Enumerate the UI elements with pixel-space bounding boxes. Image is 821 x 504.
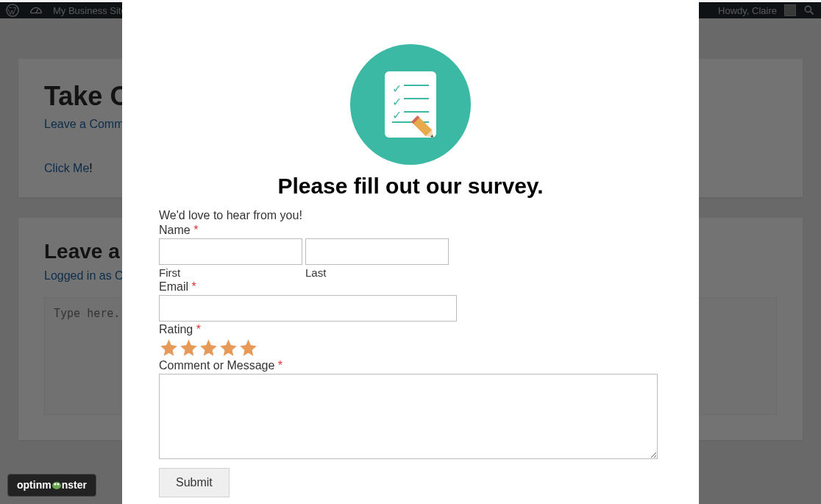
star-5[interactable] <box>238 338 258 358</box>
last-name-input[interactable] <box>305 238 449 265</box>
star-2[interactable] <box>179 338 199 358</box>
star-4[interactable] <box>218 338 238 358</box>
email-label: Email * <box>159 280 662 294</box>
svg-point-11 <box>54 483 56 486</box>
svg-point-10 <box>52 482 61 489</box>
svg-point-12 <box>57 483 59 486</box>
submit-button[interactable]: Submit <box>159 468 230 497</box>
comment-label: Comment or Message * <box>159 359 662 372</box>
form-intro: We'd love to hear from you! <box>159 209 662 222</box>
optinmonster-badge[interactable]: optinm nster <box>7 474 96 497</box>
first-name-input[interactable] <box>159 238 302 265</box>
rating-stars <box>159 338 662 358</box>
first-sublabel: First <box>159 266 302 279</box>
star-3[interactable] <box>199 338 218 358</box>
survey-title: Please fill out our survey. <box>159 174 662 199</box>
survey-hero-icon: ✓ ✓ ✓ <box>159 44 662 165</box>
rating-label: Rating * <box>159 323 662 336</box>
email-input[interactable] <box>159 295 457 322</box>
message-textarea[interactable] <box>159 374 658 459</box>
survey-modal: ✓ ✓ ✓ Please fill out our survey. We'd l… <box>122 0 699 504</box>
last-sublabel: Last <box>305 266 449 279</box>
name-label: Name * <box>159 224 662 237</box>
star-1[interactable] <box>159 338 179 358</box>
